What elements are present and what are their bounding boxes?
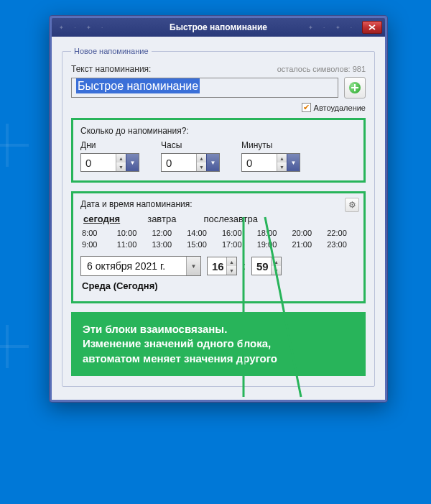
hour-down-button[interactable]: ▼ (227, 266, 236, 275)
duration-title: Сколько до напоминания?: (80, 126, 356, 136)
duration-block: Сколько до напоминания?: Дни 0 ▲▼ ▼ Часы (71, 118, 366, 183)
minute-up-button[interactable]: ▲ (272, 257, 281, 266)
hours-stepper[interactable]: 0 ▲▼ ▼ (161, 153, 220, 172)
days-value[interactable]: 0 (81, 154, 116, 171)
plus-icon (349, 82, 361, 93)
hour-value[interactable]: 16 (208, 257, 226, 275)
weekday-label: Среда (Сегодня) (82, 280, 356, 291)
fieldset-legend: Новое напоминание (71, 47, 152, 55)
days-stepper[interactable]: 0 ▲▼ ▼ (80, 153, 139, 172)
window-content: Новое напоминание Текст напоминания: ост… (52, 37, 385, 400)
minute-down-button[interactable]: ▼ (272, 266, 281, 275)
callout-line: Изменение значений одного блока, (83, 336, 354, 351)
time-cell[interactable]: 21:00 (292, 240, 320, 249)
datetime-block: ⚙ Дата и время напоминания: сегодня завт… (71, 191, 366, 303)
minutes-up-button[interactable]: ▲ (277, 154, 287, 162)
reminder-text-label: Текст напоминания: (71, 64, 151, 74)
settings-button[interactable]: ⚙ (345, 198, 359, 212)
time-cell[interactable]: 10:00 (117, 229, 145, 237)
minutes-down-button[interactable]: ▼ (277, 162, 287, 171)
hours-dropdown-button[interactable]: ▼ (206, 154, 219, 171)
minutes-dropdown-button[interactable]: ▼ (287, 154, 300, 171)
minutes-value[interactable]: 0 (242, 154, 277, 171)
time-cell[interactable]: 8:00 (82, 229, 110, 237)
minutes-label: Минуты (241, 140, 300, 150)
hours-label: Часы (161, 140, 220, 150)
hours-up-button[interactable]: ▲ (197, 154, 206, 162)
time-cell[interactable]: 19:00 (257, 240, 285, 249)
chars-left-label: осталось символов: 981 (277, 65, 366, 73)
date-picker[interactable]: 6 октября 2021 г. ▼ (80, 256, 201, 276)
titlebar[interactable]: Быстрое напоминание (52, 18, 385, 37)
reminder-text-input[interactable]: Быстрое напоминание (71, 78, 338, 98)
close-icon (369, 24, 376, 30)
hour-stepper[interactable]: 16 ▲▼ (207, 257, 237, 275)
time-cell[interactable]: 15:00 (187, 240, 215, 249)
minutes-stepper[interactable]: 0 ▲▼ ▼ (241, 153, 300, 172)
window-title: Быстрое напоминание (170, 22, 267, 32)
tab-today[interactable]: сегодня (83, 214, 120, 224)
time-cell[interactable]: 13:00 (152, 240, 180, 249)
hours-down-button[interactable]: ▼ (197, 162, 206, 171)
check-icon: ✔ (303, 104, 310, 111)
days-down-button[interactable]: ▼ (116, 162, 126, 171)
time-cell[interactable]: 23:00 (327, 240, 355, 249)
time-cell[interactable]: 9:00 (82, 240, 110, 249)
datetime-title: Дата и время напоминания: (80, 199, 356, 209)
callout-box: Эти блоки взаимосвязаны. Изменение значе… (71, 312, 366, 376)
minute-stepper[interactable]: 59 ▲▼ (251, 257, 282, 275)
time-cell[interactable]: 22:00 (327, 229, 355, 237)
time-cell[interactable]: 11:00 (117, 240, 145, 249)
time-cell[interactable]: 14:00 (187, 229, 215, 237)
hours-value[interactable]: 0 (162, 154, 196, 171)
autodelete-checkbox[interactable]: ✔ (302, 103, 311, 112)
hour-up-button[interactable]: ▲ (227, 257, 236, 266)
time-colon: : (243, 260, 246, 272)
add-button[interactable] (344, 77, 366, 98)
reminder-window: Быстрое напоминание Новое напоминание Те… (49, 15, 388, 403)
tab-day-after[interactable]: послезавтра (203, 214, 258, 224)
autodelete-label: Автоудаление (314, 104, 366, 112)
tab-tomorrow[interactable]: завтра (147, 214, 176, 224)
time-cell[interactable]: 18:00 (257, 229, 285, 237)
days-dropdown-button[interactable]: ▼ (126, 154, 139, 171)
close-button[interactable] (362, 21, 382, 34)
date-value[interactable]: 6 октября 2021 г. (81, 260, 186, 272)
time-cell[interactable]: 17:00 (222, 240, 250, 249)
time-grid: 8:00 10:00 12:00 14:00 16:00 18:00 20:00… (82, 229, 355, 249)
time-cell[interactable]: 12:00 (152, 229, 180, 237)
time-cell[interactable]: 16:00 (222, 229, 250, 237)
reminder-text-value: Быстрое напоминание (76, 78, 200, 93)
days-label: Дни (80, 140, 139, 150)
gear-icon: ⚙ (348, 200, 356, 210)
time-cell[interactable]: 20:00 (292, 229, 320, 237)
date-dropdown-button[interactable]: ▼ (186, 257, 200, 275)
callout-line: Эти блоки взаимосвязаны. (83, 322, 354, 336)
callout-line: автоматом меняет значения другого (83, 352, 354, 366)
days-up-button[interactable]: ▲ (116, 154, 126, 162)
minute-value[interactable]: 59 (252, 257, 271, 275)
new-reminder-fieldset: Новое напоминание Текст напоминания: ост… (62, 47, 375, 387)
